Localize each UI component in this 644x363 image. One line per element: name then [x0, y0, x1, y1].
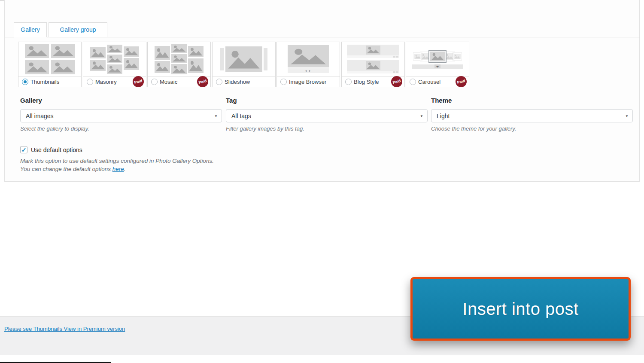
check-icon: ✓ [21, 146, 27, 153]
use-default-options-row[interactable]: ✓ Use default options [20, 146, 407, 153]
tab-gallery-group-label: Gallery group [60, 26, 96, 33]
view-type-label: Masonry [95, 79, 117, 85]
view-type-card-carousel[interactable]: ◂▸ Carousel Paid [406, 42, 469, 87]
tag-select-value: All tags [231, 113, 251, 119]
view-type-label: Slideshow [225, 79, 250, 85]
gallery-select[interactable]: All images ▼ [20, 109, 222, 122]
radio-slideshow[interactable] [216, 79, 222, 85]
premium-version-link[interactable]: Please see Thumbnails View in Premium ve… [4, 326, 125, 332]
view-type-card-thumbnails[interactable]: Thumbnails [18, 42, 82, 87]
paid-badge: Paid [196, 75, 210, 88]
chevron-down-icon: ▼ [625, 114, 629, 118]
tab-gallery-label: Gallery [21, 26, 39, 33]
tag-field-label: Tag [226, 97, 428, 104]
view-type-card-blog-style[interactable]: Blog Style Paid [341, 42, 405, 87]
help-line2-prefix: You can change the default options [20, 166, 112, 172]
slideshow-preview-icon [213, 42, 275, 76]
help-line2-suffix: . [124, 166, 126, 172]
tag-field-help: Filter gallery images by this tag. [226, 125, 428, 132]
default-options-section: ✓ Use default options Mark this option t… [20, 146, 407, 173]
gallery-field: Gallery All images ▼ Select the gallery … [20, 97, 222, 132]
gallery-field-label: Gallery [20, 97, 222, 104]
radio-image-browser[interactable] [280, 79, 287, 85]
paid-badge: Paid [390, 75, 404, 88]
thumbnails-preview-icon [18, 42, 81, 76]
radio-mosaic[interactable] [151, 79, 158, 85]
theme-field: Theme Light ▼ Choose the theme for your … [431, 97, 633, 132]
radio-masonry[interactable] [87, 79, 93, 85]
gallery-field-help: Select the gallery to display. [20, 125, 222, 132]
masonry-preview-icon [83, 42, 146, 76]
insert-into-post-label: Insert into post [462, 299, 578, 319]
tab-gallery-group[interactable]: Gallery group [49, 22, 107, 37]
view-type-label: Image Browser [289, 79, 326, 85]
default-options-help-line2: You can change the default options here. [20, 165, 407, 173]
insert-into-post-button[interactable]: Insert into post [410, 277, 631, 341]
tag-select[interactable]: All tags ▼ [226, 109, 428, 122]
image-browser-preview-icon: ◂ ▸ [277, 42, 340, 76]
paid-badge: Paid [131, 75, 145, 88]
tab-gallery[interactable]: Gallery [14, 22, 47, 37]
use-default-options-checkbox[interactable]: ✓ [20, 146, 27, 153]
chevron-down-icon: ▼ [420, 114, 423, 118]
default-options-help-line1: Mark this option to use default settings… [20, 157, 407, 165]
view-type-label: Mosaic [160, 79, 177, 85]
theme-field-label: Theme [431, 97, 633, 104]
view-type-label: Thumbnails [30, 79, 59, 85]
tag-field: Tag All tags ▼ Filter gallery images by … [226, 97, 428, 132]
insert-gallery-dialog: Gallery Gallery group Thumbnails [4, 0, 640, 182]
mosaic-preview-icon [148, 42, 210, 76]
paid-badge: Paid [454, 75, 468, 88]
view-type-card-masonry[interactable]: Masonry Paid [83, 42, 146, 87]
use-default-options-label: Use default options [31, 146, 82, 153]
radio-blog-style[interactable] [345, 79, 352, 85]
chevron-down-icon: ▼ [214, 114, 218, 118]
view-type-label: Blog Style [354, 79, 379, 85]
radio-carousel[interactable] [410, 79, 416, 85]
theme-field-help: Choose the theme for your gallery. [431, 125, 633, 132]
gallery-select-value: All images [26, 113, 54, 119]
change-defaults-link[interactable]: here [112, 166, 124, 172]
radio-thumbnails[interactable] [22, 79, 28, 85]
blog-style-preview-icon [342, 42, 404, 76]
view-type-card-image-browser[interactable]: ◂ ▸ Image Browser [276, 42, 340, 87]
carousel-preview-icon: ◂▸ [406, 42, 469, 76]
view-type-list: Thumbnails Masonry Paid [14, 42, 641, 87]
theme-select-value: Light [437, 113, 450, 119]
pager-arrows-icon: ◂ ▸ [305, 69, 312, 73]
view-type-card-slideshow[interactable]: Slideshow [212, 42, 276, 87]
carousel-arrows-icon: ◂▸ [434, 64, 440, 68]
theme-select[interactable]: Light ▼ [431, 109, 633, 122]
view-type-label: Carousel [418, 79, 440, 85]
view-type-card-mosaic[interactable]: Mosaic Paid [147, 42, 211, 87]
